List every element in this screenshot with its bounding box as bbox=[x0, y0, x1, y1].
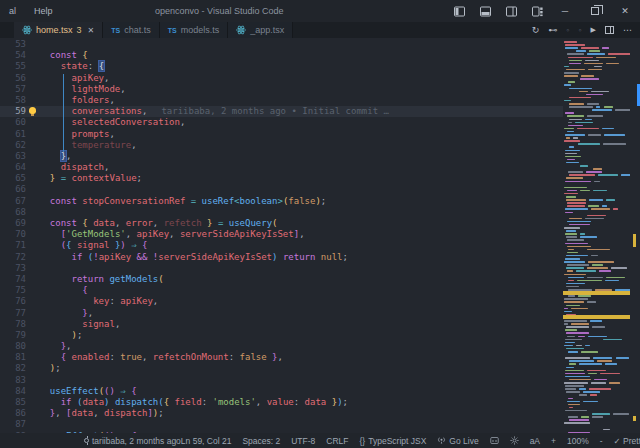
tabbar: home.tsx 3 ✕ TS chat.ts TS models.ts _ap… bbox=[0, 22, 640, 38]
line-number: 61 bbox=[0, 129, 26, 140]
code-line: 63 }, bbox=[0, 151, 563, 162]
react-file-icon bbox=[236, 25, 246, 35]
code-line: 85 if (data) dispatch({ field: 'models',… bbox=[0, 397, 563, 408]
tabbar-spacer bbox=[0, 22, 14, 38]
code-line: 84 useEffect(() ⇒ { bbox=[0, 386, 563, 397]
tab-label: models.ts bbox=[181, 25, 220, 35]
zoom-in-button[interactable]: + bbox=[551, 436, 556, 446]
line-number: 77 bbox=[0, 308, 26, 319]
font-size-toggle[interactable]: aA bbox=[530, 436, 540, 446]
code-line: 62 temperature, bbox=[0, 140, 563, 151]
language-mode-status[interactable]: {} TypeScript JSX bbox=[360, 436, 427, 446]
run-icon[interactable]: ▶ bbox=[591, 26, 596, 34]
code-line: 69 const { data, error, refetch } = useQ… bbox=[0, 218, 563, 229]
overview-ruler[interactable] bbox=[630, 38, 640, 433]
restore-icon bbox=[591, 7, 599, 15]
git-blame-status[interactable]: tariibaba, 2 months ago bbox=[84, 436, 181, 446]
minimap-highlight-marker bbox=[563, 315, 630, 319]
tab-chat-ts[interactable]: TS chat.ts bbox=[103, 22, 159, 38]
vscode-window: al Help openconvo - Visual Studio Code ─… bbox=[0, 0, 640, 448]
go-live-status[interactable]: Go Live bbox=[437, 436, 478, 446]
menu-item-partial[interactable]: al bbox=[0, 6, 25, 16]
line-number: 79 bbox=[0, 330, 26, 341]
split-editor-icon[interactable] bbox=[605, 26, 614, 34]
line-number: 68 bbox=[0, 207, 26, 218]
code-line: 58 folders, bbox=[0, 95, 563, 106]
toggle-panel-icon[interactable] bbox=[472, 0, 498, 22]
overview-ruler-marker bbox=[633, 234, 636, 247]
toggle-primary-sidebar-icon[interactable] bbox=[446, 0, 472, 22]
line-number: 71 bbox=[0, 240, 26, 251]
tab-home-tsx[interactable]: home.tsx 3 ✕ bbox=[14, 22, 103, 38]
react-file-icon bbox=[22, 25, 32, 35]
commit-icon bbox=[84, 438, 89, 443]
line-number: 66 bbox=[0, 184, 26, 195]
code-line: 77 }, bbox=[0, 308, 563, 319]
line-number: 85 bbox=[0, 397, 26, 408]
prettier-status[interactable]: ✓ Prettier bbox=[614, 436, 640, 446]
code-area[interactable]: 5354 const {55 state: {56 apiKey,57 ligh… bbox=[0, 38, 640, 433]
lightbulb-icon[interactable] bbox=[29, 107, 36, 114]
close-window-button[interactable]: ✕ bbox=[610, 0, 640, 22]
indentation-status[interactable]: Spaces: 2 bbox=[242, 436, 280, 446]
code-line: 79 ); bbox=[0, 330, 563, 341]
open-changes-icon[interactable]: ⊷ bbox=[548, 25, 557, 35]
zoom-level-status[interactable]: 100% bbox=[567, 436, 589, 446]
code-line: 80 }, bbox=[0, 341, 563, 352]
eol-status[interactable]: CRLF bbox=[326, 436, 348, 446]
zoom-out-button[interactable]: - bbox=[600, 436, 603, 446]
code-line: 82 ); bbox=[0, 363, 563, 374]
braces-icon: {} bbox=[360, 436, 366, 446]
line-number: 83 bbox=[0, 375, 26, 386]
line-number: 55 bbox=[0, 61, 26, 72]
broadcast-icon bbox=[437, 436, 446, 445]
line-number: 56 bbox=[0, 73, 26, 84]
code-line: 66 bbox=[0, 184, 563, 195]
minimap-highlight-marker bbox=[563, 291, 630, 295]
code-line: 53 bbox=[0, 39, 563, 50]
code-line: 61 prompts, bbox=[0, 129, 563, 140]
code-line: 87 bbox=[0, 419, 563, 430]
code-line: 83 bbox=[0, 375, 563, 386]
line-number: 72 bbox=[0, 252, 26, 263]
line-number: 69 bbox=[0, 218, 26, 229]
restore-button[interactable] bbox=[580, 0, 610, 22]
gear-icon[interactable] bbox=[510, 436, 519, 445]
tab-models-ts[interactable]: TS models.ts bbox=[160, 22, 228, 38]
toggle-secondary-sidebar-icon[interactable] bbox=[498, 0, 524, 22]
minimap[interactable] bbox=[563, 40, 630, 433]
line-number: 59 bbox=[0, 106, 26, 117]
tab-app-tsx[interactable]: _app.tsx bbox=[228, 22, 293, 38]
line-number: 80 bbox=[0, 341, 26, 352]
line-number: 76 bbox=[0, 296, 26, 307]
file-history-icon[interactable]: ↻ bbox=[532, 25, 540, 35]
code-line: 68 bbox=[0, 207, 563, 218]
line-number: 53 bbox=[0, 39, 26, 50]
close-tab-icon[interactable]: ✕ bbox=[88, 26, 95, 35]
tab-label: _app.tsx bbox=[250, 25, 284, 35]
more-actions-icon[interactable]: ⋯ bbox=[623, 25, 632, 35]
code-line: 56 apiKey, bbox=[0, 73, 563, 84]
window-title: openconvo - Visual Studio Code bbox=[155, 0, 283, 22]
typescript-file-icon: TS bbox=[168, 27, 177, 34]
tab-label: home.tsx bbox=[36, 25, 73, 35]
titlebar: al Help openconvo - Visual Studio Code ─… bbox=[0, 0, 640, 22]
encoding-status[interactable]: UTF-8 bbox=[291, 436, 315, 446]
code-line: 81 { enabled: true, refetchOnMount: fals… bbox=[0, 352, 563, 363]
code-line: 71 ({ signal }) ⇒ { bbox=[0, 240, 563, 251]
typescript-file-icon: TS bbox=[111, 27, 120, 34]
previous-change-icon[interactable]: ◦ bbox=[566, 25, 569, 35]
code-line: 55 state: { bbox=[0, 61, 563, 72]
customize-layout-icon[interactable] bbox=[524, 0, 550, 22]
line-number: 81 bbox=[0, 352, 26, 363]
editor-actions: ↻ ⊷ ◦ ◦ ▶ ⋯ bbox=[524, 22, 640, 38]
inline-blame: tariibaba, 2 months ago • Initial commit… bbox=[161, 106, 389, 116]
browser-preview-icon[interactable] bbox=[490, 436, 499, 445]
cursor-position-status[interactable]: Ln 59, Col 21 bbox=[181, 436, 232, 446]
next-change-icon[interactable]: ◦ bbox=[578, 25, 581, 35]
line-number: 86 bbox=[0, 408, 26, 419]
code-line: 72 if (!apiKey && !serverSideApiKeyIsSet… bbox=[0, 252, 563, 263]
line-number: 58 bbox=[0, 95, 26, 106]
minimize-button[interactable]: ─ bbox=[550, 0, 580, 22]
menu-item-help[interactable]: Help bbox=[25, 6, 62, 16]
